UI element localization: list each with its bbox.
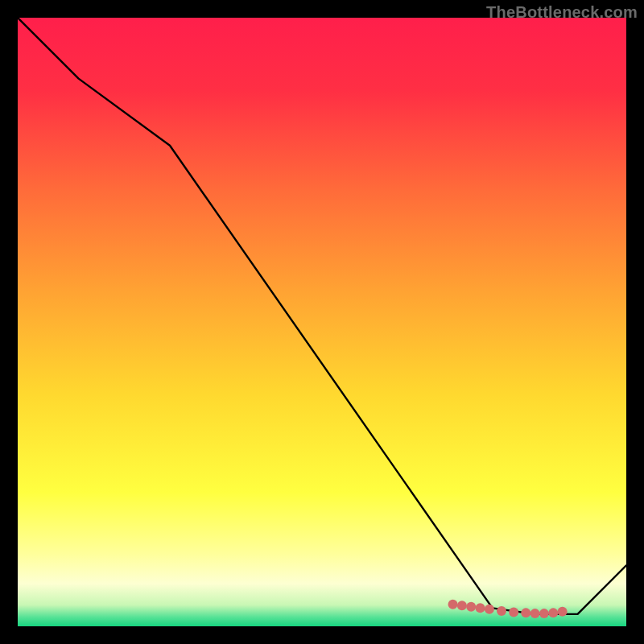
- marker-point: [521, 608, 530, 617]
- marker-point: [457, 601, 467, 610]
- marker-point: [497, 606, 506, 616]
- marker-point: [539, 609, 549, 618]
- marker-point: [558, 607, 568, 617]
- marker-point: [476, 603, 485, 613]
- marker-point: [530, 609, 540, 618]
- plot-area: [18, 18, 626, 626]
- gradient-background: [18, 18, 626, 626]
- marker-point: [548, 608, 558, 617]
- chart-svg: [18, 18, 626, 626]
- marker-point: [485, 605, 494, 614]
- watermark-text: TheBottleneck.com: [486, 3, 638, 22]
- chart-container: TheBottleneck.com: [0, 0, 644, 644]
- marker-point: [509, 608, 518, 617]
- marker-point: [448, 600, 458, 609]
- marker-point: [466, 602, 476, 612]
